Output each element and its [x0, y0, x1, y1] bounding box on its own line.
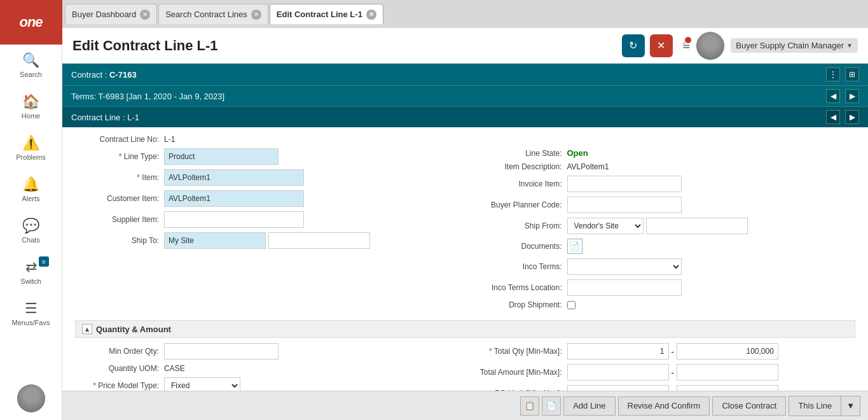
this-line-button[interactable]: This Line: [789, 396, 841, 416]
menu-icon: ☰: [25, 300, 38, 317]
qty-amount-section-header[interactable]: ▲ Quantity & Amount: [75, 320, 855, 338]
inco-terms-location-input[interactable]: [567, 279, 682, 296]
drop-shipment-checkbox[interactable]: [567, 301, 575, 309]
tab-close-buyer-dashboard[interactable]: ✕: [140, 10, 150, 20]
documents-label: Documents:: [478, 242, 567, 251]
tab-label: Buyer Dashboard: [72, 10, 136, 19]
switch-icon: ⇄: [25, 259, 37, 276]
sidebar-item-switch[interactable]: ≡ ⇄ Switch: [0, 251, 62, 293]
min-order-qty-input[interactable]: [164, 343, 279, 360]
app-logo[interactable]: one: [0, 0, 62, 45]
header-actions: ↻ ✕: [622, 34, 673, 57]
tab-search-contract-lines[interactable]: Search Contract Lines ✕: [158, 4, 268, 24]
customer-item-label: Customer Item:: [75, 194, 164, 203]
line-prev-btn[interactable]: ◀: [826, 110, 840, 124]
price-model-type-label: Price Model Type:: [75, 381, 164, 390]
line-next-btn[interactable]: ▶: [845, 110, 859, 124]
sidebar-item-chats[interactable]: 💬 Chats: [0, 210, 62, 251]
line-state-value: Open: [567, 148, 588, 158]
contract-line-no-group: Contract Line No: L-1: [75, 135, 855, 144]
line-type-input[interactable]: [164, 148, 279, 165]
sidebar-item-profile[interactable]: [0, 377, 62, 420]
total-amount-group: Total Amount [Min-Max]: -: [478, 364, 856, 381]
collapse-icon[interactable]: ▲: [82, 324, 92, 334]
ship-from-label: Ship From:: [478, 221, 567, 230]
this-line-label: This Line: [798, 401, 832, 410]
logo-text: one: [19, 14, 42, 31]
item-input[interactable]: [164, 169, 304, 186]
sidebar: one 🔍 Search 🏠 Home ⚠️ Problems 🔔 Alerts…: [0, 0, 62, 420]
sidebar-item-label: Chats: [22, 236, 40, 244]
ship-to-input[interactable]: [164, 232, 266, 249]
customer-item-input[interactable]: [164, 190, 304, 207]
total-amount-max-input[interactable]: [677, 364, 778, 381]
user-dropdown[interactable]: Buyer Supply Chain Manager ▼: [731, 38, 858, 53]
contract-nav-icon[interactable]: ⋮: [826, 67, 840, 81]
contract-layout-icon[interactable]: ⊞: [845, 67, 859, 81]
total-amount-min-input[interactable]: [567, 364, 669, 381]
ship-to-label: Ship To:: [75, 236, 164, 245]
tab-buyer-dashboard[interactable]: Buyer Dashboard ✕: [65, 4, 157, 24]
invoice-item-input[interactable]: [567, 176, 682, 192]
contract-line-bar-actions: ◀ ▶: [826, 110, 859, 124]
terms-bar-actions: ◀ ▶: [826, 89, 859, 103]
documents-group: Documents: 📄: [478, 239, 856, 254]
item-description-value: AVLPoltem1: [567, 162, 609, 171]
terms-next-btn[interactable]: ▶: [845, 89, 859, 103]
page-title: Edit Contract Line L-1: [72, 38, 622, 54]
document-icon: 📄: [546, 401, 556, 410]
close-button[interactable]: ✕: [650, 34, 673, 57]
sidebar-item-menus[interactable]: ☰ Menus/Favs: [0, 293, 62, 334]
sidebar-item-problems[interactable]: ⚠️ Problems: [0, 127, 62, 169]
tab-close-search-contract-lines[interactable]: ✕: [251, 10, 261, 20]
min-order-qty-label: Min Order Qty:: [75, 347, 164, 356]
menu-button[interactable]: ≡: [683, 38, 691, 53]
revise-and-confirm-button[interactable]: Revise And Confirm: [618, 396, 710, 416]
supplier-item-input[interactable]: [164, 211, 304, 228]
documents-button[interactable]: 📄: [567, 239, 582, 254]
footer-btn1[interactable]: 📋: [520, 396, 539, 416]
total-qty-min-input[interactable]: [567, 343, 669, 360]
ship-from-input[interactable]: [646, 218, 748, 234]
buyer-planner-code-group: Buyer Planner Code:: [478, 197, 856, 213]
tab-edit-contract-line[interactable]: Edit Contract Line L-1 ✕: [270, 4, 383, 24]
ship-from-select[interactable]: Vendor's Site: [567, 218, 644, 234]
footer-btn2[interactable]: 📄: [542, 396, 561, 416]
sidebar-item-label: Alerts: [22, 195, 39, 202]
close-contract-label: Close Contract: [722, 401, 776, 410]
sidebar-item-alerts[interactable]: 🔔 Alerts: [0, 169, 62, 210]
po-limit-min-input[interactable]: [567, 385, 669, 391]
price-model-type-select[interactable]: Fixed: [164, 377, 240, 391]
terms-info: Terms: T-6983 [Jan 1, 2020 - Jan 9, 2023…: [71, 92, 224, 101]
total-qty-max-input[interactable]: [677, 343, 778, 360]
contract-line-value: L-1: [127, 113, 139, 122]
form-left: Line Type: Item: Customer Item: Supplier…: [75, 148, 453, 314]
item-label: Item:: [75, 173, 164, 182]
this-line-dropdown-button[interactable]: ▼: [841, 396, 860, 416]
po-limit-max-input[interactable]: [677, 385, 778, 391]
terms-prev-btn[interactable]: ◀: [826, 89, 840, 103]
qty-amount-grid: Min Order Qty: Quantity UOM: CASE Price …: [75, 343, 855, 391]
contract-line-no-value: L-1: [164, 135, 175, 144]
tab-label: Search Contract Lines: [165, 10, 247, 19]
form-area: Contract Line No: L-1 Line Type: Item:: [62, 127, 868, 391]
ship-to-group: Ship To:: [75, 232, 453, 249]
sidebar-item-search[interactable]: 🔍 Search: [0, 45, 62, 86]
supplier-item-label: Supplier Item:: [75, 215, 164, 224]
refresh-button[interactable]: ↻: [622, 34, 645, 57]
sidebar-item-label: Home: [22, 112, 40, 120]
close-contract-button[interactable]: Close Contract: [712, 396, 786, 416]
add-line-button[interactable]: Add Line: [563, 396, 615, 416]
terms-value: T-6983 [Jan 1, 2020 - Jan 9, 2023]: [98, 92, 224, 101]
ship-from-group: Ship From: Vendor's Site: [478, 218, 856, 234]
inco-terms-select[interactable]: [567, 258, 682, 275]
buyer-planner-code-input[interactable]: [567, 197, 682, 213]
contract-line-bar: Contract Line : L-1 ◀ ▶: [62, 106, 868, 127]
switch-badge: ≡: [39, 256, 49, 267]
ship-to-input2[interactable]: [268, 232, 370, 249]
line-type-group: Line Type:: [75, 148, 453, 165]
form-right: Line State: Open Item Description: AVLPo…: [478, 148, 856, 314]
tab-close-edit-contract-line[interactable]: ✕: [366, 10, 376, 20]
drop-shipment-group: Drop Shipment:: [478, 300, 856, 309]
sidebar-item-home[interactable]: 🏠 Home: [0, 86, 62, 127]
